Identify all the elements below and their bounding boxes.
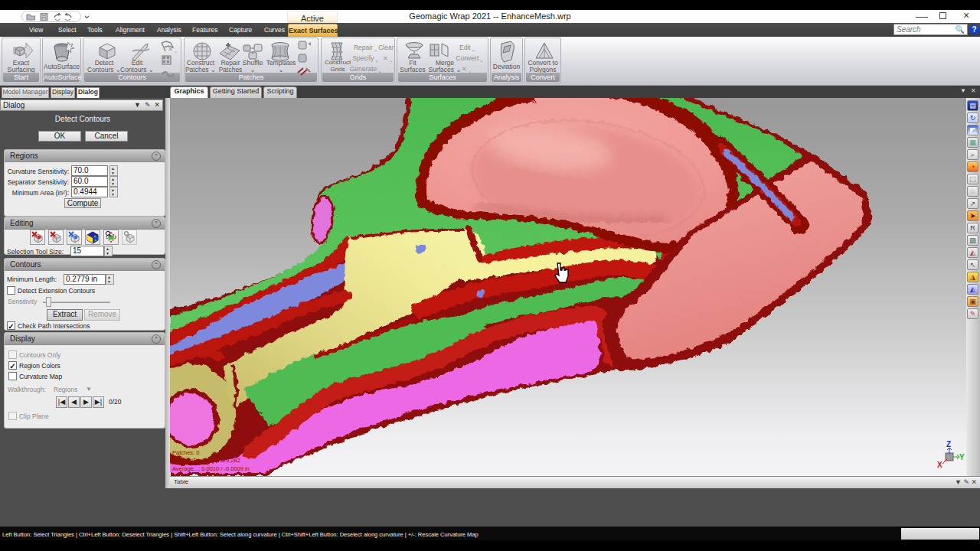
svg-text:Y: Y xyxy=(959,453,965,461)
svg-text:Z: Z xyxy=(946,440,951,448)
svg-text:X: X xyxy=(937,461,942,469)
